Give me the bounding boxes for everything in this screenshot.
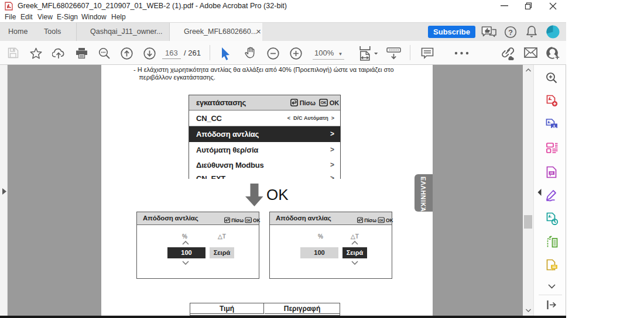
- svg-text:?: ?: [508, 29, 513, 37]
- svg-text:OK: OK: [246, 219, 251, 222]
- svg-text:OK: OK: [320, 101, 326, 105]
- svg-text:OK: OK: [379, 219, 383, 222]
